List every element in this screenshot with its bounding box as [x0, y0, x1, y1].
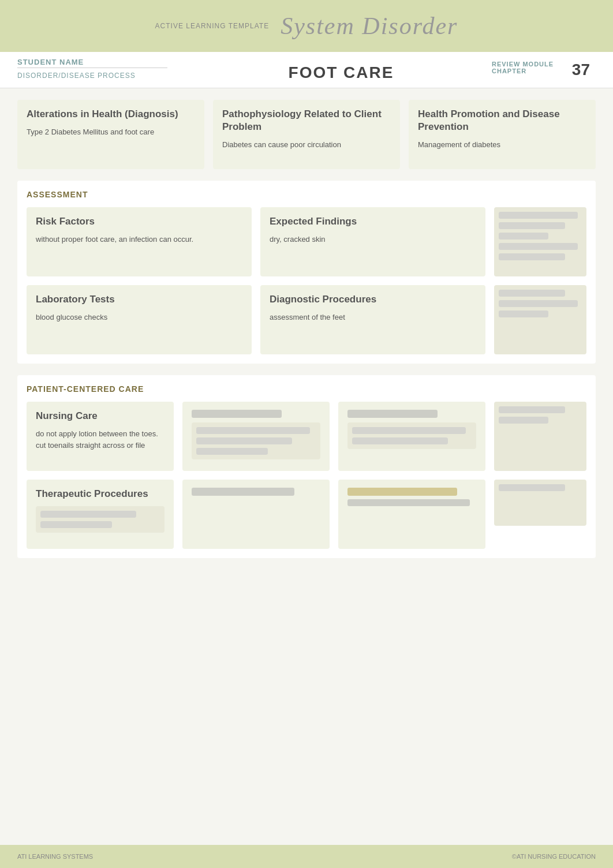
top-info-row: STUDENT NAME DISORDER/DISEASE PROCESS FO… [0, 52, 613, 88]
nursing-care-card: Nursing Care do not apply lotion between… [27, 402, 174, 471]
expected-findings-title: Expected Findings [270, 215, 476, 228]
expected-findings-body: dry, cracked skin [270, 234, 476, 245]
img-blur-bar-4 [499, 243, 578, 250]
blurred-card-1 [182, 402, 330, 471]
alterations-title: Alterations in Health (Diagnosis) [27, 108, 195, 121]
blur-bar-2 [196, 437, 292, 444]
assessment-bottom-row: Laboratory Tests blood glucose checks Di… [27, 285, 586, 354]
pimg2-bar-1 [499, 484, 565, 491]
blurred-img-2 [347, 422, 476, 449]
assessment-image-placeholder [494, 207, 586, 276]
patient-centered-header: PATIENT-CENTERED CARE [27, 384, 586, 394]
top-left-info: STUDENT NAME DISORDER/DISEASE PROCESS [17, 58, 190, 80]
risk-factors-title: Risk Factors [36, 215, 242, 228]
main-content: Alterations in Health (Diagnosis) Type 2… [0, 88, 613, 581]
top-center-title: FOOT CARE [190, 58, 492, 88]
pathophysiology-title: Pathophysiology Related to Client Proble… [222, 108, 391, 133]
blur-bar-5 [352, 437, 448, 444]
diagnostic-procedures-body: assessment of the feet [270, 312, 476, 323]
assessment-image-placeholder-2 [494, 285, 586, 354]
img2-blur-bar-2 [499, 300, 578, 307]
img2-blur-bar-1 [499, 290, 565, 297]
assessment-side-image [494, 207, 586, 276]
therapeutic-blurred-content [36, 506, 165, 533]
blurred-title-2 [347, 410, 438, 418]
img-blur-bar-2 [499, 222, 565, 229]
patient-care-top-row: Nursing Care do not apply lotion between… [27, 402, 586, 471]
nursing-care-title: Nursing Care [36, 410, 165, 422]
footer-left-text: ATI LEARNING SYSTEMS [17, 853, 93, 860]
patient-side-image [494, 402, 586, 471]
student-name-label: STUDENT NAME [17, 58, 167, 68]
blurred-title-4 [347, 488, 457, 496]
th-bar-2 [40, 521, 112, 528]
blur-bar-4 [352, 427, 466, 434]
blurred-card-4 [338, 480, 485, 549]
blurred-subtitle-4 [347, 499, 470, 506]
diagnostic-procedures-title: Diagnostic Procedures [270, 293, 476, 306]
img-blur-bar-1 [499, 212, 578, 219]
pimg-bar-1 [499, 406, 565, 413]
patient-image-placeholder-bottom [494, 480, 586, 526]
diagnostic-procedures-card: Diagnostic Procedures assessment of the … [260, 285, 485, 354]
page-footer: ATI LEARNING SYSTEMS ©ATI NURSING EDUCAT… [0, 845, 613, 868]
therapeutic-procedures-card: Therapeutic Procedures [27, 480, 174, 549]
img-blur-bar-3 [499, 233, 548, 240]
pathophysiology-card: Pathophysiology Related to Client Proble… [213, 100, 400, 169]
therapeutic-procedures-title: Therapeutic Procedures [36, 488, 165, 500]
banner-title: System Disorder [281, 12, 458, 40]
patient-centered-section: PATIENT-CENTERED CARE Nursing Care do no… [17, 375, 596, 558]
assessment-section: ASSESSMENT Risk Factors without proper f… [17, 181, 596, 364]
alterations-card: Alterations in Health (Diagnosis) Type 2… [17, 100, 204, 169]
assessment-top-row: Risk Factors without proper foot care, a… [27, 207, 586, 276]
foot-care-title: FOOT CARE [289, 63, 394, 82]
chapter-number: 37 [572, 61, 590, 79]
health-promotion-title: Health Promotion and Disease Prevention [418, 108, 586, 133]
patient-image-placeholder [494, 402, 586, 471]
img-blur-bar-5 [499, 253, 565, 260]
blur-bar-3 [196, 448, 268, 455]
alterations-body: Type 2 Diabetes Mellitus and foot care [27, 126, 195, 138]
blurred-title-3 [192, 488, 294, 496]
health-promotion-body: Management of diabetes [418, 139, 586, 151]
top-right-info: REVIEW MODULE CHAPTER 37 [492, 58, 596, 79]
risk-factors-card: Risk Factors without proper foot care, a… [27, 207, 252, 276]
banner-left-text: ACTIVE LEARNING TEMPLATE [155, 22, 270, 30]
pathophysiology-body: Diabetes can cause poor circulation [222, 139, 391, 151]
health-promotion-card: Health Promotion and Disease Prevention … [409, 100, 596, 169]
lab-tests-card: Laboratory Tests blood glucose checks [27, 285, 252, 354]
header-banner: ACTIVE LEARNING TEMPLATE System Disorder [0, 0, 613, 52]
blurred-card-3 [182, 480, 330, 549]
assessment-side-image-2 [494, 285, 586, 354]
lab-tests-title: Laboratory Tests [36, 293, 242, 306]
expected-findings-card: Expected Findings dry, cracked skin [260, 207, 485, 276]
footer-right-text: ©ATI NURSING EDUCATION [512, 853, 596, 860]
patient-side-image-bottom [494, 480, 586, 526]
th-bar-1 [40, 511, 136, 518]
disorder-label: DISORDER/DISEASE PROCESS [17, 72, 190, 80]
lab-tests-body: blood glucose checks [36, 312, 242, 323]
blurred-title-1 [192, 410, 282, 418]
patient-care-bottom-row: Therapeutic Procedures [27, 480, 586, 549]
blurred-card-2 [338, 402, 485, 471]
nursing-care-body: do not apply lotion between the toes. cu… [36, 428, 165, 451]
assessment-header: ASSESSMENT [27, 190, 586, 199]
blur-bar-1 [196, 427, 310, 434]
risk-factors-body: without proper foot care, an infection c… [36, 234, 242, 245]
img2-blur-bar-3 [499, 310, 548, 317]
pimg-bar-2 [499, 417, 548, 424]
review-module-label: REVIEW MODULE CHAPTER [492, 61, 570, 74]
blurred-img-1 [192, 422, 320, 459]
top-cards-row: Alterations in Health (Diagnosis) Type 2… [17, 100, 596, 169]
